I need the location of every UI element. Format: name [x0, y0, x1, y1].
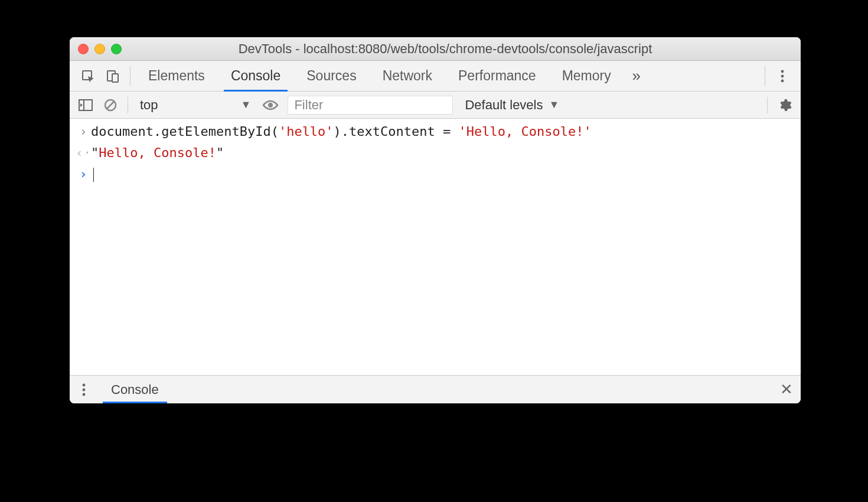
tab-elements[interactable]: Elements	[135, 61, 218, 91]
gear-icon	[778, 98, 792, 112]
filter-input[interactable]: Filter	[288, 96, 453, 115]
input-chevron-icon: ›	[76, 121, 91, 142]
console-prompt[interactable]: ›	[70, 164, 801, 185]
close-icon: ✕	[780, 380, 793, 399]
chevron-down-icon: ▼	[241, 99, 252, 111]
tab-label: Memory	[562, 68, 611, 84]
drawer-tab-console[interactable]: Console	[98, 376, 172, 403]
divider	[767, 97, 768, 113]
chevron-down-icon: ▼	[549, 99, 560, 111]
drawer-menu-button[interactable]	[70, 376, 98, 403]
tab-label: Performance	[458, 68, 536, 84]
inspect-element-icon[interactable]	[76, 61, 100, 91]
levels-label: Default levels	[465, 97, 543, 113]
tab-label: Console	[231, 68, 280, 84]
window-title: DevTools - localhost:8080/web/tools/chro…	[98, 41, 792, 57]
close-window-button[interactable]	[78, 44, 89, 54]
devtools-window: DevTools - localhost:8080/web/tools/chro…	[70, 37, 801, 403]
result-chevron-icon: ‹·	[76, 142, 91, 164]
divider	[128, 97, 128, 113]
titlebar: DevTools - localhost:8080/web/tools/chro…	[70, 37, 801, 61]
kebab-icon	[781, 69, 784, 83]
tabs-overflow-button[interactable]: »	[624, 61, 649, 91]
prompt-chevron-icon: ›	[76, 164, 91, 185]
tab-label: Sources	[306, 68, 356, 84]
tab-performance[interactable]: Performance	[445, 61, 549, 91]
log-levels-select[interactable]: Default levels ▼	[465, 97, 559, 113]
devtools-tabbar: Elements Console Sources Network Perform…	[70, 61, 801, 92]
svg-point-13	[83, 393, 86, 396]
console-toolbar: top ▼ Filter Default levels ▼	[70, 92, 801, 119]
prompt-input[interactable]	[91, 164, 94, 185]
eye-icon	[262, 100, 279, 110]
svg-line-9	[107, 102, 114, 109]
tab-sources[interactable]: Sources	[293, 61, 369, 91]
drawer-close-button[interactable]: ✕	[772, 376, 801, 403]
svg-point-4	[781, 74, 784, 77]
context-label: top	[140, 97, 158, 113]
devtools-menu-button[interactable]	[770, 61, 795, 91]
console-input-echoed: › document.getElementById('hello').textC…	[70, 121, 801, 142]
filter-placeholder: Filter	[294, 97, 323, 113]
tab-console[interactable]: Console	[218, 61, 293, 91]
result-value: "Hello, Console!"	[91, 142, 224, 164]
execution-context-select[interactable]: top ▼	[134, 97, 257, 113]
svg-point-3	[781, 70, 784, 73]
svg-point-5	[781, 79, 784, 82]
device-toolbar-icon[interactable]	[100, 61, 125, 91]
svg-rect-2	[112, 74, 118, 82]
svg-point-12	[83, 388, 86, 391]
toggle-sidebar-icon[interactable]	[74, 99, 97, 111]
drawer-tab-label: Console	[111, 382, 159, 397]
tab-label: Network	[383, 68, 432, 84]
drawer: Console ✕	[70, 375, 801, 403]
svg-point-10	[268, 103, 273, 107]
chevron-double-right-icon: »	[632, 67, 641, 85]
divider	[765, 66, 765, 86]
text-cursor	[93, 168, 94, 182]
clear-console-icon[interactable]	[99, 99, 122, 112]
tab-memory[interactable]: Memory	[549, 61, 624, 91]
console-result: ‹· "Hello, Console!"	[70, 142, 801, 164]
live-expression-icon[interactable]	[259, 100, 282, 110]
svg-point-11	[83, 383, 86, 386]
tab-label: Elements	[148, 68, 205, 84]
console-output[interactable]: › document.getElementById('hello').textC…	[70, 119, 801, 375]
code-line: document.getElementById('hello').textCon…	[91, 121, 592, 142]
console-settings-icon[interactable]	[774, 98, 796, 112]
divider	[130, 66, 130, 86]
kebab-icon	[82, 383, 86, 397]
tab-network[interactable]: Network	[370, 61, 445, 91]
panel-tabs: Elements Console Sources Network Perform…	[135, 61, 624, 91]
